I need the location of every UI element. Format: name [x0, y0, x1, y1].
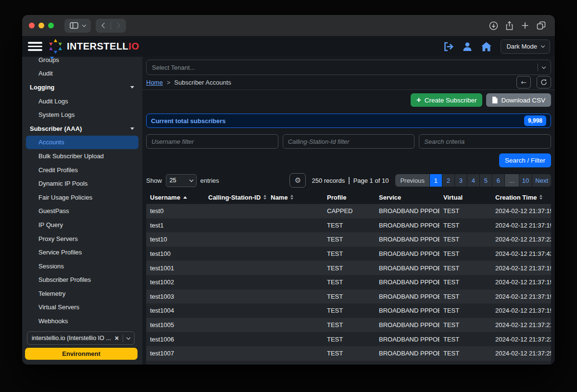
sidebar-item-virtual-servers[interactable]: Virtual Servers — [22, 301, 142, 315]
back-button[interactable]: ← — [516, 76, 531, 89]
download-csv-button[interactable]: Download CSV — [486, 93, 551, 107]
sidebar-item-subscriber-aaa[interactable]: Subscriber (AAA) — [22, 122, 142, 136]
sidebar-item-label: Audit — [38, 70, 53, 77]
page-2[interactable]: 2 — [442, 174, 454, 187]
refresh-button[interactable] — [537, 76, 551, 89]
sidebar-item-fair-usage-policies[interactable]: Fair Usage Policies — [22, 190, 142, 204]
page-10[interactable]: 10 — [519, 174, 532, 187]
table-row[interactable]: test100TESTBROADBAND PPPOETEST2024-02-12… — [146, 247, 551, 261]
table-cell — [204, 232, 267, 247]
home-icon[interactable] — [479, 40, 493, 53]
sidebar-item-service-profiles[interactable]: Service Profiles — [22, 245, 142, 259]
column-header-calling-station-id[interactable]: Calling-Station-ID — [204, 190, 267, 204]
table-cell — [267, 275, 323, 290]
table-row[interactable]: test0CAPPEDBROADBAND PPPOETEST2024-02-12… — [146, 204, 551, 218]
chevron-down-icon — [126, 335, 130, 339]
table-row[interactable]: test1005TESTBROADBAND PPPOETEST2024-02-1… — [146, 318, 551, 332]
table-cell: TEST — [323, 232, 375, 247]
new-tab-icon[interactable] — [518, 19, 532, 32]
calling-station-filter-input[interactable] — [283, 134, 415, 149]
page-next[interactable]: Next — [532, 174, 551, 187]
sidebar-item-groups[interactable]: Groups — [22, 57, 142, 67]
table-cell: test10 — [146, 232, 204, 247]
column-header-service: Service — [375, 190, 439, 204]
table-row[interactable]: test1003TESTBROADBAND PPPOETEST2024-02-1… — [146, 290, 551, 304]
username-filter-input[interactable] — [146, 134, 278, 149]
search-filter-button[interactable]: Search / Filter — [499, 153, 551, 167]
sidebar-item-audit-logs[interactable]: Audit Logs — [22, 94, 142, 108]
page-previous[interactable]: Previous — [395, 174, 429, 187]
close-window-button[interactable] — [29, 23, 35, 28]
clear-tenant-icon[interactable]: × — [115, 334, 119, 342]
table-row[interactable]: test1007TESTBROADBAND PPPOETEST2024-02-1… — [146, 346, 551, 361]
sidebar-item-dynamic-ip-pools[interactable]: Dynamic IP Pools — [22, 177, 142, 190]
sidebar-tenant-select[interactable]: interstellio.io (Interstellio IO ... × — [27, 331, 135, 345]
downloads-icon[interactable] — [486, 19, 501, 32]
table-cell: 2024-02-12 21:37:25 — [491, 346, 551, 361]
profile-icon[interactable] — [460, 40, 475, 53]
sidebar-item-sessions[interactable]: Sessions — [22, 259, 142, 273]
page-4[interactable]: 4 — [467, 174, 479, 187]
column-header-creation-time[interactable]: Creation Time — [491, 190, 551, 204]
page-6[interactable]: 6 — [492, 174, 504, 187]
table-cell — [204, 332, 267, 346]
table-cell — [204, 218, 267, 233]
forward-icon[interactable] — [114, 23, 120, 28]
table-row[interactable]: test10TESTBROADBAND PPPOETEST2024-02-12 … — [146, 232, 551, 247]
search-criteria-input[interactable] — [419, 134, 551, 149]
table-row[interactable]: test1001TESTBROADBAND PPPOETEST2024-02-1… — [146, 261, 551, 275]
page-3[interactable]: 3 — [455, 174, 467, 187]
tab-overview-icon[interactable] — [534, 19, 548, 32]
create-subscriber-button[interactable]: + Create Subscriber — [411, 93, 482, 107]
environment-button[interactable]: Environment — [25, 348, 138, 360]
sidebar-item-webhooks[interactable]: Webhooks — [22, 314, 142, 328]
column-header-name[interactable]: Name — [267, 190, 323, 204]
zoom-window-button[interactable] — [48, 23, 54, 28]
entries-per-page-select[interactable]: 25 — [166, 174, 197, 187]
table-row[interactable]: test1TESTBROADBAND PPPOETEST2024-02-12 2… — [146, 218, 551, 233]
table-cell: BROADBAND PPPOE — [375, 361, 439, 365]
breadcrumb-home-link[interactable]: Home — [146, 79, 163, 86]
sidebar-item-credit-profiles[interactable]: Credit Profiles — [22, 163, 142, 177]
table-row[interactable]: test1004TESTBROADBAND PPPOETEST2024-02-1… — [146, 303, 551, 318]
sidebar-item-ip-query[interactable]: IP Query — [22, 218, 142, 232]
menu-toggle-button[interactable] — [27, 41, 43, 52]
theme-mode-button[interactable]: Dark Mode — [501, 39, 550, 54]
table-cell — [267, 346, 323, 361]
table-cell: BROADBAND PPPOE — [375, 318, 439, 332]
table-row[interactable]: test1006TESTBROADBAND PPPOETEST2024-02-1… — [146, 332, 551, 346]
sidebar-item-bulk-subscriber-upload[interactable]: Bulk Subscriber Upload — [22, 149, 142, 163]
sidebar-item-subscriber-profiles[interactable]: Subscriber Profiles — [22, 273, 142, 287]
sidebar-toggle-button[interactable] — [64, 19, 91, 33]
page-5[interactable]: 5 — [480, 174, 492, 187]
logout-icon[interactable] — [441, 40, 456, 53]
table-cell — [267, 332, 323, 346]
tenant-select-input[interactable]: Select Tenant... — [146, 60, 551, 75]
table-cell: test0 — [146, 204, 204, 218]
back-icon[interactable] — [101, 23, 107, 28]
minimize-window-button[interactable] — [38, 23, 44, 28]
chevron-down-icon — [82, 23, 86, 26]
file-csv-icon — [492, 97, 498, 103]
table-settings-button[interactable]: ⚙ — [289, 173, 306, 188]
star-logo-icon — [48, 38, 63, 54]
table-cell: test1002 — [146, 275, 204, 290]
sidebar-item-guestpass[interactable]: GuestPass — [22, 204, 142, 218]
sort-ascending-icon — [183, 196, 187, 199]
app-header: INTERSTELLIO Dark Mode — [22, 36, 555, 57]
column-header-username[interactable]: Username — [146, 190, 204, 204]
table-row[interactable]: test1008TESTBROADBAND PPPOETEST2024-02-1… — [146, 361, 551, 365]
table-cell: BROADBAND PPPOE — [375, 218, 439, 233]
sidebar-item-accounts[interactable]: Accounts — [26, 136, 138, 150]
sidebar-item-telemetry[interactable]: Telemetry — [22, 287, 142, 301]
table-cell: test1 — [146, 218, 204, 233]
sidebar-item-logging[interactable]: Logging — [22, 80, 142, 94]
sidebar-item-system-logs[interactable]: System Logs — [22, 108, 142, 122]
breadcrumb: Home > Subscriber Accounts ← — [146, 75, 551, 89]
page-1[interactable]: 1 — [430, 174, 442, 187]
table-row[interactable]: test1002TESTBROADBAND PPPOETEST2024-02-1… — [146, 275, 551, 290]
share-icon[interactable] — [502, 19, 516, 32]
sidebar-item-audit[interactable]: Audit — [22, 67, 142, 81]
sidebar-item-proxy-servers[interactable]: Proxy Servers — [22, 232, 142, 246]
sort-icon — [290, 195, 293, 200]
